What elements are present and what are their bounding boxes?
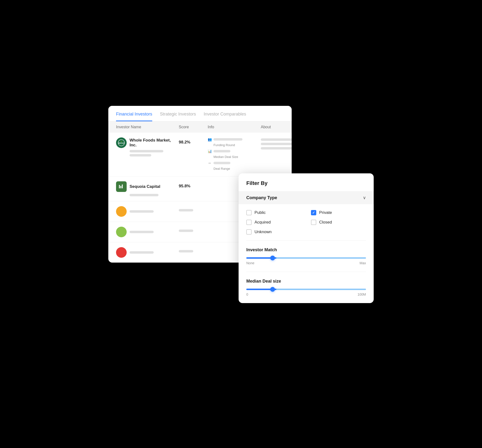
median-deal-labels: 0 100M — [246, 292, 366, 296]
company-type-header[interactable]: Company Type ∨ — [239, 191, 374, 204]
investor-name-cell: Sequoia Capital — [116, 181, 179, 196]
investor-match-title: Investor Match — [246, 247, 366, 252]
about-bar — [261, 147, 292, 149]
checkbox-label-unknown: Unknown — [255, 229, 272, 234]
checkbox-label-acquired: Acquired — [255, 220, 271, 225]
investor-match-track[interactable] — [246, 257, 366, 259]
svg-rect-4 — [120, 186, 121, 188]
chevron-down-icon: ∨ — [363, 195, 366, 200]
people-icon: 👥 — [208, 137, 212, 141]
checkmark-icon: ✓ — [312, 211, 315, 215]
table-row: WHOLE 🌿 Whole Foods Market, Inc. 98.2% 👥 — [108, 133, 292, 176]
deal-range-label: Deal Range — [214, 167, 261, 171]
checkbox-label-private: Private — [319, 210, 332, 215]
checkbox-box-public[interactable] — [246, 210, 252, 215]
investor-name-text: Whole Foods Market, Inc. — [129, 138, 179, 148]
tab-investor-comparables[interactable]: Investor Comparables — [204, 112, 246, 121]
placeholder-bar — [129, 194, 159, 196]
col-header-score: Score — [179, 125, 208, 129]
investor-logo-green — [116, 227, 127, 237]
filter-title: Filter By — [239, 173, 374, 191]
checkbox-unknown[interactable]: Unknown — [246, 229, 301, 235]
checkbox-private[interactable]: ✓ Private — [311, 210, 366, 215]
about-bar — [261, 138, 292, 141]
investor-match-max: Max — [360, 261, 366, 265]
funding-round-label: Funding Round — [214, 143, 261, 147]
score-value: 98.2% — [179, 137, 208, 145]
median-deal-min: 0 — [246, 292, 248, 296]
checkbox-acquired[interactable]: Acquired — [246, 220, 301, 225]
investor-logo-orange — [116, 206, 127, 217]
chart-icon: 📊 — [208, 149, 212, 153]
investor-logo-red — [116, 247, 127, 258]
col-header-about: About — [261, 125, 284, 129]
checkbox-label-public: Public — [255, 210, 265, 215]
investor-name-cell — [116, 206, 179, 217]
median-deal-max: 100M — [358, 292, 366, 296]
score-placeholder — [179, 250, 193, 252]
table-header: Investor Name Score Info About — [108, 122, 292, 133]
checkbox-box-private[interactable]: ✓ — [311, 210, 316, 215]
investor-name-cell — [116, 227, 179, 237]
svg-text:WHOLE: WHOLE — [118, 142, 124, 144]
placeholder-bar — [129, 231, 154, 233]
svg-rect-3 — [119, 185, 120, 188]
investor-match-thumb[interactable] — [270, 256, 275, 260]
svg-text:🌿: 🌿 — [120, 141, 122, 142]
col-header-info: Info — [208, 125, 261, 129]
placeholder-bar — [129, 154, 151, 157]
investor-name-text: Sequoia Capital — [129, 184, 161, 189]
filter-panel: Filter By Company Type ∨ Public ✓ Privat… — [239, 173, 374, 303]
checkbox-box-acquired[interactable] — [246, 220, 252, 225]
info-bar-funding — [214, 138, 242, 141]
info-bar-deal — [214, 150, 230, 152]
tab-strategic-investors[interactable]: Strategic Investors — [160, 112, 196, 121]
checkbox-box-closed[interactable] — [311, 220, 316, 225]
checkbox-public[interactable]: Public — [246, 210, 301, 215]
info-cell: 👥 Funding Round 📊 Median Deal Size ↔ Dea… — [208, 137, 261, 172]
score-placeholder — [179, 229, 193, 232]
investor-match-labels: None Max — [246, 261, 366, 265]
median-deal-title: Median Deal size — [246, 279, 366, 284]
about-cell — [261, 137, 292, 149]
checkbox-closed[interactable]: Closed — [311, 220, 366, 225]
score-cell-placeholder — [179, 227, 208, 232]
tabs-container: Financial Investors Strategic Investors … — [108, 106, 292, 122]
investor-logo-wf: WHOLE 🌿 — [116, 137, 127, 148]
placeholder-bar — [129, 210, 154, 213]
company-type-label: Company Type — [246, 195, 277, 200]
range-icon: ↔ — [208, 161, 212, 165]
checkbox-box-unknown[interactable] — [246, 229, 252, 235]
score-cell-placeholder — [179, 206, 208, 212]
about-bar — [261, 143, 292, 145]
col-header-name: Investor Name — [116, 125, 179, 129]
median-deal-label: Median Deal Size — [214, 155, 261, 159]
investor-match-min: None — [246, 261, 254, 265]
checkbox-label-closed: Closed — [319, 220, 332, 225]
placeholder-bar — [129, 251, 154, 254]
score-placeholder — [179, 209, 193, 212]
placeholder-bar — [129, 150, 163, 152]
tab-financial-investors[interactable]: Financial Investors — [116, 112, 152, 121]
investor-logo-seq — [116, 181, 127, 192]
company-type-checkboxes: Public ✓ Private Acquired Closed — [239, 204, 374, 240]
info-bar-range — [214, 162, 230, 164]
investor-match-section: Investor Match None Max — [239, 241, 374, 272]
median-deal-track[interactable] — [246, 289, 366, 290]
score-value: 95.8% — [179, 181, 208, 189]
investor-name-cell — [116, 247, 179, 258]
score-cell-placeholder — [179, 247, 208, 252]
median-deal-thumb[interactable] — [270, 287, 275, 292]
median-deal-section: Median Deal size 0 100M — [239, 272, 374, 303]
svg-rect-5 — [122, 184, 123, 188]
investor-name-cell: WHOLE 🌿 Whole Foods Market, Inc. — [116, 137, 179, 157]
